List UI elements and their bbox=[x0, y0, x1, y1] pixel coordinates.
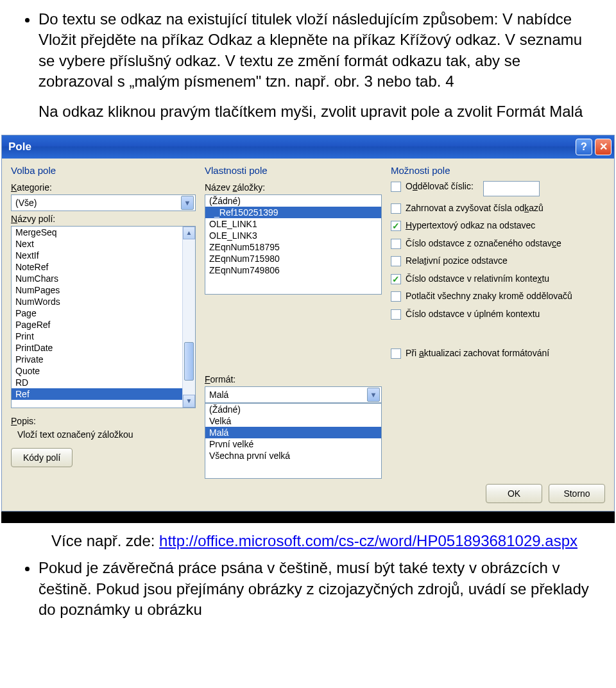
bottom-black-bar bbox=[1, 512, 615, 523]
opt-relative-position[interactable]: Relativní pozice odstavce bbox=[391, 255, 605, 267]
format-combo[interactable]: Malá ▼ bbox=[205, 386, 382, 403]
list-item[interactable]: NumPages bbox=[12, 284, 195, 296]
column-field-properties: Vlastnosti pole Název záložky: (Žádné)_R… bbox=[205, 165, 382, 479]
checkbox-icon[interactable] bbox=[391, 203, 401, 214]
bullet-point-2: Pokud je závěrečná práce psána v češtině… bbox=[38, 558, 590, 620]
cancel-button[interactable]: Storno bbox=[549, 484, 605, 503]
list-item[interactable]: Private bbox=[12, 354, 195, 365]
checkbox-icon[interactable] bbox=[391, 309, 401, 320]
list-item[interactable]: Print bbox=[12, 331, 195, 342]
label-bookmark: Název záložky: bbox=[205, 182, 382, 193]
format-combo-value: Malá bbox=[209, 390, 228, 400]
column-field-options: Možnosti pole Oddělovač číslic: Zahrnova… bbox=[391, 165, 605, 479]
list-item[interactable]: Quote bbox=[12, 365, 195, 377]
opt-include-increase[interactable]: Zahrnovat a zvyšovat čísla odkazů bbox=[391, 203, 605, 214]
list-item[interactable]: NextIf bbox=[12, 250, 195, 261]
more-label: Více např. zde: bbox=[51, 532, 159, 549]
label-field-names: Názvy polí: bbox=[11, 214, 196, 224]
close-icon[interactable]: ✕ bbox=[595, 139, 612, 155]
bullet-point-1: Do textu se odkaz na existující titulek … bbox=[38, 9, 590, 92]
opt-full-context-number[interactable]: Číslo odstavce v úplném kontextu bbox=[391, 309, 605, 320]
list-item[interactable]: OLE_LINK3 bbox=[205, 230, 381, 241]
checkbox-icon[interactable] bbox=[391, 348, 401, 359]
list-item[interactable]: Velká bbox=[205, 415, 381, 427]
more-link[interactable]: http://office.microsoft.com/cs-cz/word/H… bbox=[159, 532, 578, 549]
format-listbox[interactable]: (Žádné)VelkáMaláPrvní velkéVšechna první… bbox=[205, 403, 382, 479]
list-item[interactable]: ZEqnNum749806 bbox=[205, 264, 381, 276]
opt-digit-separator[interactable]: Oddělovač číslic: bbox=[391, 181, 605, 196]
heading-field-choice: Volba pole bbox=[11, 165, 196, 176]
list-item[interactable]: (Žádné) bbox=[205, 404, 381, 415]
list-item[interactable]: První velké bbox=[205, 438, 381, 450]
ok-button[interactable]: OK bbox=[486, 484, 542, 503]
checkbox-icon[interactable] bbox=[391, 182, 401, 192]
chevron-down-icon[interactable]: ▼ bbox=[367, 388, 380, 402]
checkbox-icon[interactable] bbox=[391, 256, 401, 266]
field-names-listbox[interactable]: MergeSeqNextNextIfNoteRefNumCharsNumPage… bbox=[11, 226, 196, 408]
list-item[interactable]: MergeSeq bbox=[12, 227, 195, 238]
list-item[interactable]: Ref bbox=[12, 388, 195, 400]
field-codes-button[interactable]: Kódy polí bbox=[11, 448, 73, 467]
chevron-down-icon[interactable]: ▼ bbox=[181, 196, 194, 210]
list-item[interactable]: Všechna první velká bbox=[205, 450, 381, 461]
scroll-up-icon[interactable]: ▲ bbox=[183, 227, 195, 239]
heading-field-options: Možnosti pole bbox=[391, 165, 605, 176]
list-item[interactable]: Page bbox=[12, 307, 195, 319]
scroll-thumb[interactable] bbox=[184, 342, 194, 381]
list-item[interactable]: _Ref150251399 bbox=[205, 207, 381, 218]
label-format: Formát: bbox=[205, 374, 382, 384]
document-text-bottom: Více např. zde: http://office.microsoft.… bbox=[0, 523, 616, 626]
opt-relative-context-number[interactable]: ✓ Číslo odstavce v relativním kontextu bbox=[391, 273, 605, 285]
column-field-choice: Volba pole Kategorie: (Vše) ▼ Názvy polí… bbox=[11, 165, 196, 479]
category-combo[interactable]: (Vše) ▼ bbox=[11, 194, 196, 211]
opt-suppress-chars[interactable]: Potlačit všechny znaky kromě oddělovačů bbox=[391, 291, 605, 302]
scrollbar[interactable]: ▲ ▼ bbox=[182, 227, 195, 408]
bookmark-listbox[interactable]: (Žádné)_Ref150251399OLE_LINK1OLE_LINK3ZE… bbox=[205, 194, 382, 295]
list-item[interactable]: (Žádné) bbox=[205, 195, 381, 207]
paragraph-2: Na odkaz kliknou pravým tlačítkem myši, … bbox=[38, 101, 590, 122]
list-item[interactable]: NumChars bbox=[12, 273, 195, 284]
list-item[interactable]: NumWords bbox=[12, 296, 195, 307]
scroll-down-icon[interactable]: ▼ bbox=[183, 395, 195, 408]
label-category: Kategorie: bbox=[11, 182, 196, 193]
description-text: Vloží text označený záložkou bbox=[11, 428, 196, 440]
dialog-title: Pole bbox=[8, 141, 31, 153]
list-item[interactable]: RD bbox=[12, 377, 195, 388]
digit-separator-input[interactable] bbox=[483, 181, 540, 196]
list-item[interactable]: OLE_LINK1 bbox=[205, 218, 381, 230]
list-item[interactable]: NoteRef bbox=[12, 261, 195, 273]
list-item[interactable]: ZEqnNum715980 bbox=[205, 253, 381, 264]
checkbox-icon[interactable]: ✓ bbox=[391, 274, 401, 284]
opt-hyperlink[interactable]: ✓ Hypertextový odkaz na odstavec bbox=[391, 220, 605, 232]
checkbox-icon[interactable]: ✓ bbox=[391, 221, 401, 231]
dialog-footer: OK Storno bbox=[2, 479, 614, 511]
opt-preserve-formatting[interactable]: Při aktualizaci zachovat formátování bbox=[391, 348, 605, 359]
heading-field-properties: Vlastnosti pole bbox=[205, 165, 382, 176]
list-item[interactable]: Malá bbox=[205, 427, 381, 438]
list-item[interactable]: ZEqnNum518795 bbox=[205, 241, 381, 253]
checkbox-icon[interactable] bbox=[391, 239, 401, 249]
category-value: (Vše) bbox=[15, 198, 37, 208]
document-text-top: Do textu se odkaz na existující titulek … bbox=[0, 0, 616, 128]
checkbox-icon[interactable] bbox=[391, 291, 401, 302]
help-icon[interactable]: ? bbox=[576, 139, 592, 155]
field-dialog: Pole ? ✕ Volba pole Kategorie: (Vše) ▼ N… bbox=[1, 135, 615, 512]
list-item[interactable]: Next bbox=[12, 238, 195, 250]
list-item[interactable]: PrintDate bbox=[12, 342, 195, 354]
list-item[interactable]: PageRef bbox=[12, 319, 195, 331]
label-description: Popis: bbox=[11, 416, 196, 426]
opt-paragraph-number[interactable]: Číslo odstavce z označeného odstavce bbox=[391, 238, 605, 250]
dialog-titlebar[interactable]: Pole ? ✕ bbox=[2, 135, 614, 159]
